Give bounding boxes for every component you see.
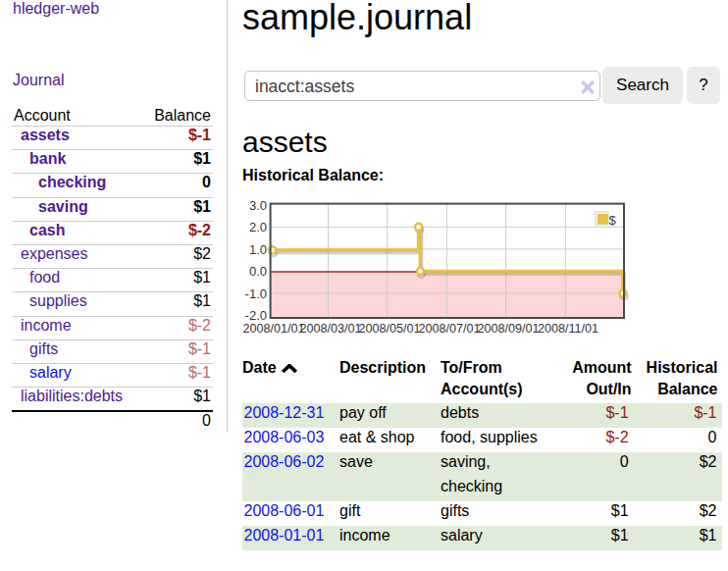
svg-text:2008/07/01: 2008/07/01: [418, 322, 480, 336]
svg-text:2008/05/01: 2008/05/01: [358, 322, 420, 336]
svg-text:2008/01/01: 2008/01/01: [242, 322, 304, 336]
svg-text:2008/03/01: 2008/03/01: [299, 322, 361, 336]
svg-text:1.0: 1.0: [249, 242, 267, 257]
svg-text:$: $: [609, 213, 617, 228]
svg-text:2008/09/01: 2008/09/01: [477, 322, 539, 336]
svg-text:0.0: 0.0: [249, 264, 267, 279]
svg-text:-1.0: -1.0: [245, 286, 267, 301]
svg-text:3.0: 3.0: [249, 198, 267, 213]
svg-text:2008/11/01: 2008/11/01: [538, 322, 598, 336]
svg-text:2.0: 2.0: [249, 220, 267, 234]
svg-text:-2.0: -2.0: [245, 308, 267, 323]
